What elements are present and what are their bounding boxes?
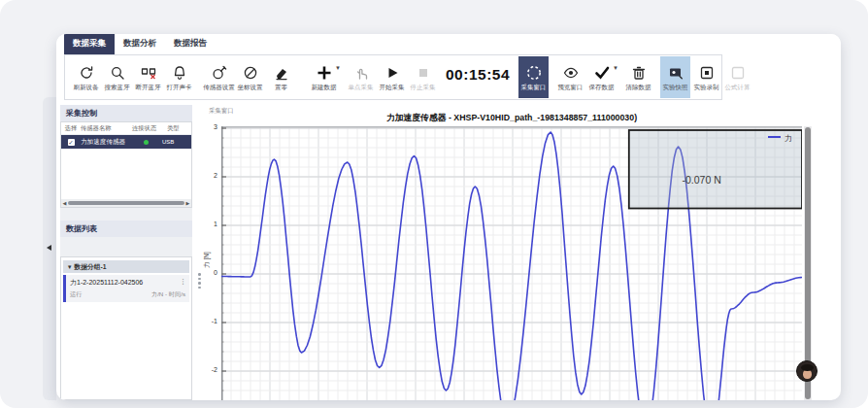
vertical-scrollbar-thumb[interactable]: [805, 127, 811, 399]
data-list-item[interactable]: 力1-2-20251112-042506 ⋮ 运行 力/N - 时间/s: [63, 275, 189, 302]
sensor-row[interactable]: ✓ 力加速度传感器 USB: [61, 135, 191, 149]
play-icon: [384, 63, 400, 82]
data-list: ▾ 数据分组-1 力1-2-20251112-042506 ⋮ 运行 力/N -…: [60, 256, 192, 400]
bluetooth-off-icon: [141, 63, 156, 82]
horizontal-scrollbar[interactable]: ◀ ▶: [61, 199, 191, 207]
tab-data-collect[interactable]: 数据采集: [64, 34, 115, 54]
hand-icon: [353, 63, 369, 82]
scroll-right-arrow-icon[interactable]: ▶: [184, 200, 191, 206]
y-tick-label: 2: [196, 172, 217, 179]
toolbar-preview-window-button[interactable]: 预览窗口: [555, 56, 585, 98]
data-item-axes: 力/N - 时间/s: [151, 290, 185, 299]
chart-vertical-scrollbar[interactable]: [804, 126, 812, 400]
toolbar-experiment-snapshot-button[interactable]: 实验快照: [660, 56, 690, 98]
toolbar-refresh-device-button[interactable]: 刷新设备: [71, 56, 101, 98]
data-item-status: 运行: [70, 290, 82, 299]
avatar-hair-icon: [801, 364, 814, 371]
check-icon: [594, 63, 610, 82]
app-window: 数据采集 数据分析 数据报告 刷新设备 搜索蓝牙 断开蓝牙 打开声卡 传感器设置…: [56, 34, 841, 400]
sidebar-collapse-strip[interactable]: [43, 97, 56, 400]
tab-data-report[interactable]: 数据报告: [165, 34, 216, 54]
eye-icon: [563, 63, 579, 82]
connection-status-dot: [144, 140, 149, 145]
data-list-header: 数据列表: [60, 221, 192, 237]
chart-title: 力加速度传感器 - XHSP-V10HID_path_-1981348857_1…: [221, 113, 802, 124]
scroll-left-arrow-icon[interactable]: ◀: [61, 200, 68, 206]
refresh-icon: [79, 63, 94, 82]
formula-icon: [730, 63, 746, 82]
sensor-table-header: 选择 传感器名称 连接状态 类型: [61, 122, 191, 135]
assistant-avatar-button[interactable]: [796, 360, 818, 382]
dropdown-caret-icon[interactable]: ▼: [613, 65, 618, 71]
toolbar-search-bluetooth-button[interactable]: 搜索蓝牙: [102, 56, 132, 98]
collapse-arrow-icon: [47, 245, 51, 251]
waveform-svg: -0.070 N力: [221, 126, 802, 400]
sensor-type: USB: [162, 139, 174, 145]
snapshot-icon: [668, 63, 684, 82]
record-icon: [699, 63, 715, 82]
svg-text:-0.070 N: -0.070 N: [683, 174, 721, 186]
dial-icon: [243, 63, 258, 82]
toolbar-single-point-collect-button[interactable]: 单点采集: [346, 56, 376, 98]
toolbar-new-data-button[interactable]: ▼新建数据: [309, 56, 339, 98]
waveform-plot[interactable]: -0.070 N力: [221, 126, 802, 400]
group-collapse-icon[interactable]: ▾: [68, 263, 71, 271]
dropdown-caret-icon[interactable]: ▼: [335, 65, 341, 71]
item-menu-icon[interactable]: ⋮: [180, 278, 186, 286]
sensor-table: 选择 传感器名称 连接状态 类型 ✓ 力加速度传感器 USB ◀ ▶: [60, 121, 192, 208]
app-background: 数据采集 数据分析 数据报告 刷新设备 搜索蓝牙 断开蓝牙 打开声卡 传感器设置…: [0, 0, 868, 408]
sensor-icon: [212, 63, 227, 82]
data-group-row[interactable]: ▾ 数据分组-1: [63, 260, 189, 273]
y-tick-label: 0: [196, 269, 217, 276]
left-panel: 采集控制 选择 传感器名称 连接状态 类型 ✓ 力加速度传感器 USB ◀: [60, 105, 192, 400]
trash-icon: [631, 63, 647, 82]
toolbar-formula-calc-button[interactable]: 公式计算: [722, 56, 752, 98]
toolbar-start-collect-button[interactable]: 开始采集: [377, 56, 407, 98]
timer-display: 00:15:54: [446, 66, 510, 84]
toolbar-sensor-settings-button[interactable]: 传感器设置: [204, 56, 234, 98]
toolbar-experiment-record-button[interactable]: 实验录制: [691, 56, 721, 98]
toolbar-clear-data-button[interactable]: 清除数据: [623, 56, 653, 98]
main-tabbar: 数据采集 数据分析 数据报告: [56, 34, 841, 54]
eraser-icon: [274, 63, 289, 82]
plus-icon: [317, 63, 332, 82]
control-panel-header: 采集控制: [60, 105, 192, 121]
toolbar-collect-window-button[interactable]: 采集窗口: [518, 56, 549, 98]
tab-data-analysis[interactable]: 数据分析: [115, 34, 165, 54]
bell-icon: [172, 63, 187, 82]
y-tick-label: 1: [196, 221, 217, 227]
sensor-checkbox[interactable]: ✓: [68, 139, 75, 146]
toolbar-coordinate-settings-button[interactable]: 坐标设置: [235, 56, 265, 98]
toolbar-zero-button[interactable]: 置零: [266, 56, 296, 98]
search-icon: [110, 63, 125, 82]
toolbar-open-soundcard-button[interactable]: 打开声卡: [164, 56, 194, 98]
dashed-circle-icon: [526, 63, 542, 82]
y-tick-label: 3: [196, 123, 217, 130]
stop-icon: [416, 63, 431, 82]
data-item-title: 力1-2-20251112-042506: [70, 278, 185, 288]
svg-text:力: 力: [785, 134, 792, 143]
y-tick-label: -1: [196, 318, 217, 324]
scrollbar-thumb[interactable]: [68, 201, 184, 205]
y-tick-label: -2: [196, 366, 217, 373]
y-axis-label: 力 [N]: [203, 252, 212, 268]
toolbar-disconnect-bluetooth-button[interactable]: 断开蓝牙: [133, 56, 163, 98]
toolbar-stop-collect-button[interactable]: 停止采集: [408, 56, 438, 98]
main-toolbar: 刷新设备 搜索蓝牙 断开蓝牙 打开声卡 传感器设置 坐标设置 置零 ▼新建数据 …: [64, 54, 722, 100]
sensor-name: 力加速度传感器: [81, 138, 132, 147]
toolbar-save-data-button[interactable]: ▼保存数据: [586, 56, 617, 98]
